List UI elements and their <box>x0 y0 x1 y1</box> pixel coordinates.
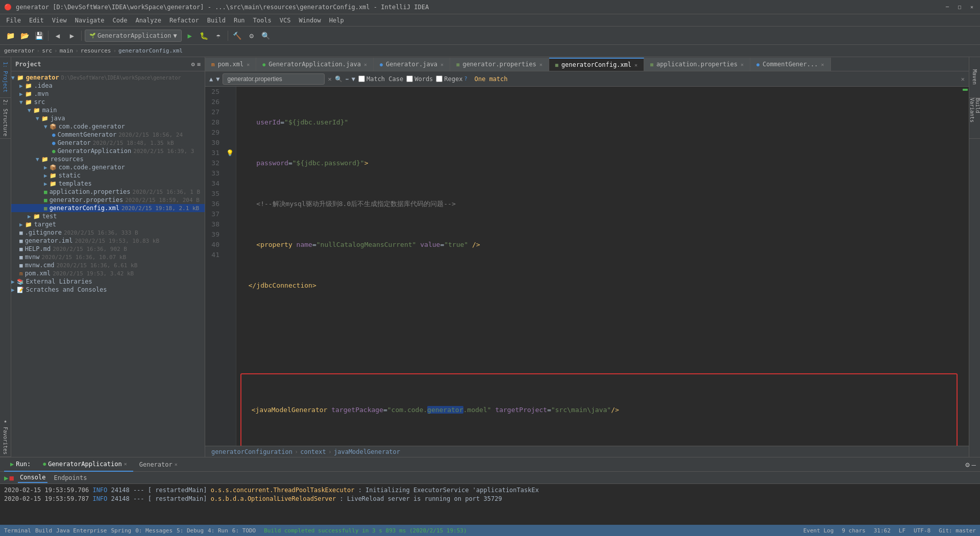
open-btn[interactable]: 📂 <box>18 30 31 42</box>
tree-gen-props[interactable]: ■ generator.properties 2020/2/15 18:59, … <box>11 196 205 204</box>
tree-app-props[interactable]: ■ application.properties 2020/2/15 16:36… <box>11 188 205 196</box>
match-case-checkbox[interactable] <box>358 75 365 82</box>
menu-refactor[interactable]: Refactor <box>165 16 203 25</box>
new-project-btn[interactable]: 📁 <box>4 30 16 42</box>
regex-option[interactable]: Regex ? <box>436 75 467 83</box>
search-down-icon[interactable]: ▼ <box>216 75 219 83</box>
search-up-icon[interactable]: ▲ <box>209 75 213 83</box>
forward-btn[interactable]: ▶ <box>66 30 78 42</box>
menu-edit[interactable]: Edit <box>25 16 48 25</box>
tree-gen-config[interactable]: ■ generatorConfig.xml 2020/2/15 19:18, 2… <box>11 204 205 212</box>
tree-target[interactable]: ▶ 📁 target <box>11 220 205 228</box>
maximize-button[interactable]: □ <box>955 3 964 11</box>
sidebar-collapse-icon[interactable]: ≡ <box>197 61 201 68</box>
console-stop-btn[interactable]: ■ <box>9 474 13 482</box>
tool-favorites[interactable]: ★ Favorites <box>0 416 11 457</box>
tool-structure[interactable]: 2: Structure <box>0 98 11 139</box>
tab-generator[interactable]: ● Generator.java ✕ <box>374 58 450 71</box>
right-tool-build-variants[interactable]: Build Variants <box>969 98 981 139</box>
java-enterprise-btn[interactable]: Java Enterprise <box>56 527 107 534</box>
search-everywhere-btn[interactable]: 🔍 <box>260 30 272 42</box>
tab-gen-props[interactable]: ■ generator.properties ✕ <box>450 58 549 71</box>
tab-app-props-close[interactable]: ✕ <box>741 62 744 67</box>
tab-gen-config-close[interactable]: ✕ <box>634 62 638 68</box>
coverage-btn[interactable]: ☂ <box>212 30 225 42</box>
tree-static[interactable]: ▶ 📁 static <box>11 171 205 180</box>
menu-code[interactable]: Code <box>109 16 132 25</box>
tab-comment-gen[interactable]: ● CommentGener... ✕ <box>750 58 830 71</box>
tab-app-props[interactable]: ■ application.properties ✕ <box>644 58 750 71</box>
words-option[interactable]: Words <box>406 75 433 83</box>
path-context[interactable]: context <box>300 448 326 455</box>
clear-search-icon[interactable]: ✕ <box>328 75 331 83</box>
run-tab-run[interactable]: ▶ Run: <box>4 457 37 472</box>
search-filter-icon[interactable]: ▼ <box>352 75 355 83</box>
bc-generator[interactable]: generator <box>4 47 35 54</box>
run-btn-status[interactable]: 4: Run <box>208 527 228 534</box>
run-btn[interactable]: ▶ <box>184 30 196 42</box>
path-java-model[interactable]: javaModelGenerator <box>334 448 400 455</box>
run-tab-generator[interactable]: Generator ✕ <box>133 457 184 472</box>
match-case-option[interactable]: Match Case <box>358 75 403 83</box>
regex-help-icon[interactable]: ? <box>464 76 467 82</box>
menu-view[interactable]: View <box>48 16 71 25</box>
tab-gen-props-close[interactable]: ✕ <box>540 62 543 67</box>
menu-vcs[interactable]: VCS <box>276 16 295 25</box>
tree-mvn[interactable]: ▶ 📁 .mvn <box>11 90 205 98</box>
tree-external-libs[interactable]: ▶ 📚 External Libraries <box>11 277 205 286</box>
git-branch[interactable]: Git: master <box>939 527 976 534</box>
search-close-icon[interactable]: ✕ <box>961 75 965 83</box>
tree-java[interactable]: ▼ 📁 java <box>11 114 205 122</box>
menu-tools[interactable]: Tools <box>249 16 276 25</box>
menu-help[interactable]: Help <box>325 16 348 25</box>
run-config-dropdown[interactable]: 🌱 GeneratorApplication ▼ <box>85 30 182 42</box>
code-editor[interactable]: 25 26 27 28 <box>205 87 969 446</box>
sidebar-gear-icon[interactable]: ⚙ <box>191 61 195 68</box>
tree-mvnw[interactable]: ■ mvnw 2020/2/15 16:36, 10.07 kB <box>11 253 205 261</box>
todo-btn[interactable]: 6: TODO <box>232 527 256 534</box>
search-replace-icon[interactable]: ↔ <box>346 76 349 82</box>
messages-btn[interactable]: 0: Messages <box>135 527 173 534</box>
event-log-btn[interactable]: Event Log <box>803 527 834 534</box>
bc-src[interactable]: src <box>42 47 52 54</box>
run-settings-btn[interactable]: ⚙ <box>965 461 969 469</box>
bc-file[interactable]: generatorConfig.xml <box>118 47 183 54</box>
console-restart-btn[interactable]: ▶ <box>4 474 8 482</box>
run-gen-app-close[interactable]: ✕ <box>124 461 127 467</box>
endpoints-tab[interactable]: Endpoints <box>52 473 89 482</box>
search-input[interactable] <box>223 73 325 85</box>
tree-pom[interactable]: m pom.xml 2020/2/15 19:53, 3.42 kB <box>11 269 205 277</box>
save-btn[interactable]: 💾 <box>33 30 45 42</box>
menu-analyze[interactable]: Analyze <box>131 16 165 25</box>
settings-btn[interactable]: ⚙ <box>246 30 258 42</box>
tree-gen-app[interactable]: ● GeneratorApplication 2020/2/15 16:39, … <box>11 147 205 155</box>
menu-navigate[interactable]: Navigate <box>71 16 109 25</box>
run-minimize-btn[interactable]: — <box>972 461 976 469</box>
tool-project[interactable]: 1: Project <box>0 57 11 98</box>
tree-root[interactable]: ▼ 📁 generator D:\DevSoftWare\IDEA\workSp… <box>11 73 205 82</box>
tab-gen-app[interactable]: ● GeneratorApplication.java ✕ <box>256 58 374 71</box>
spring-btn[interactable]: Spring <box>111 527 131 534</box>
run-tab-gen-app[interactable]: ● GeneratorApplication ✕ <box>37 457 133 472</box>
menu-file[interactable]: File <box>2 16 25 25</box>
tree-gitignore[interactable]: ■ .gitignore 2020/2/15 16:36, 333 B <box>11 228 205 237</box>
close-button[interactable]: ✕ <box>968 3 976 11</box>
back-btn[interactable]: ◀ <box>52 30 64 42</box>
tab-generator-close[interactable]: ✕ <box>440 62 444 67</box>
tree-help[interactable]: ■ HELP.md 2020/2/15 16:36, 902 B <box>11 245 205 253</box>
tab-pom[interactable]: m pom.xml ✕ <box>205 58 256 71</box>
tree-generator[interactable]: ● Generator 2020/2/15 18:48, 1.35 kB <box>11 139 205 147</box>
terminal-btn[interactable]: Terminal <box>4 527 31 534</box>
minimize-button[interactable]: ─ <box>943 3 951 11</box>
tab-gen-config[interactable]: ■ generatorConfig.xml ✕ <box>549 58 644 71</box>
console-tab[interactable]: Console <box>18 473 48 483</box>
tree-com-code[interactable]: ▼ 📦 com.code.generator <box>11 122 205 131</box>
tree-scratches[interactable]: ▶ 📝 Scratches and Consoles <box>11 286 205 294</box>
words-checkbox[interactable] <box>406 75 413 82</box>
search-regex-icon[interactable]: 🔍 <box>335 75 342 83</box>
tab-gen-app-close[interactable]: ✕ <box>364 62 367 67</box>
tab-comment-gen-close[interactable]: ✕ <box>821 62 824 67</box>
tree-com-code-gen[interactable]: ▶ 📦 com.code.generator <box>11 163 205 171</box>
debug-btn[interactable]: 🐛 <box>198 30 210 42</box>
tree-idea[interactable]: ▶ 📁 .idea <box>11 82 205 90</box>
